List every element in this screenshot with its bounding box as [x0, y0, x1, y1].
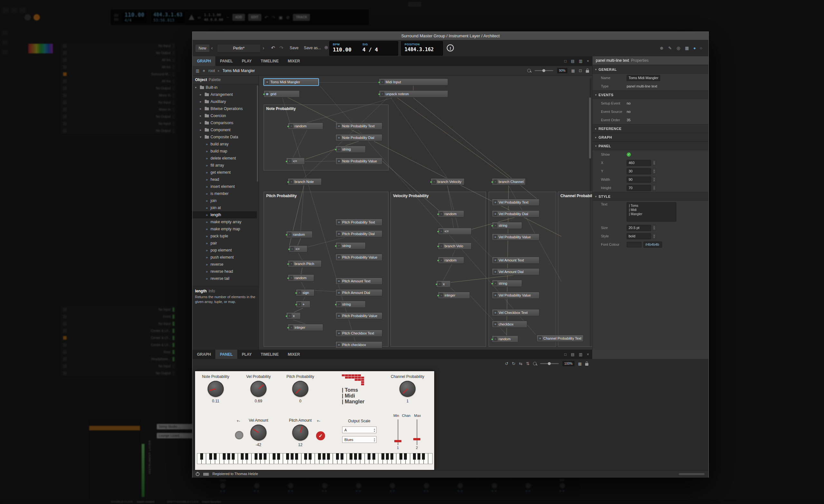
panel-toggle-icon[interactable]: ▥	[196, 69, 199, 73]
palette-item-reverse[interactable]: »reverse	[193, 261, 257, 268]
palette-item-delete-element[interactable]: »delete element	[193, 155, 257, 162]
layout-single-icon[interactable]: □	[564, 352, 566, 357]
palette-item-Auxilliary[interactable]: ▸Auxilliary	[193, 98, 257, 105]
horizontal-scrollbar[interactable]	[679, 473, 705, 475]
piano-black-key[interactable]	[349, 453, 352, 460]
bpm-sig-display[interactable]: BPM 110.00 SIG 4 / 4	[329, 41, 398, 55]
graph-node[interactable]: ≡Pitch checkbox	[335, 341, 382, 348]
folder-disclosure-icon[interactable]: ▸	[200, 93, 203, 96]
new-button[interactable]: New	[195, 44, 210, 52]
palette-item-Component[interactable]: ▸Component	[193, 126, 257, 133]
properties-section-general[interactable]: ▾GENERAL	[593, 65, 708, 74]
graph-node[interactable]: ◦branch Pitch	[288, 260, 322, 267]
window-titlebar[interactable]: Surround Master Group / Instrument Layer…	[193, 32, 708, 40]
graph-canvas[interactable]: Note ProbabilityPitch ProbabilityVelocit…	[259, 76, 592, 350]
redo-icon[interactable]: ↷	[279, 45, 284, 51]
folder-disclosure-icon[interactable]: ▸	[200, 107, 203, 110]
property-field[interactable]: bold	[627, 233, 651, 239]
graph-node[interactable]: ≡Note Probability Value	[335, 158, 382, 165]
property-field[interactable]: 20.5 pt	[627, 225, 651, 231]
graph-node[interactable]: ≡Pitch Probability Dial	[335, 230, 382, 237]
lock-icon[interactable]	[586, 70, 589, 73]
tab-play[interactable]: PLAY	[237, 56, 256, 66]
undo-icon[interactable]: ↶	[271, 45, 275, 51]
layout-split-icon[interactable]: ▤	[571, 59, 575, 64]
stepper-arrows-icon[interactable]: ▴▾	[652, 160, 656, 166]
palette-item-Built-in[interactable]: ▾Built-in	[193, 84, 257, 91]
graph-node[interactable]: ≡Vel Probability Value	[492, 292, 539, 299]
lock-icon[interactable]	[585, 363, 588, 366]
piano-black-key[interactable]	[354, 453, 357, 460]
piano-black-key[interactable]	[382, 453, 384, 460]
properties-section-events[interactable]: ▾EVENTS	[593, 90, 708, 99]
palette-item-reverse-head[interactable]: »reverse head	[193, 268, 257, 275]
knob-dial[interactable]	[208, 381, 224, 397]
tab-play[interactable]: PLAY	[237, 350, 256, 359]
palette-item-fill-array[interactable]: »fill array	[193, 162, 257, 169]
graph-node[interactable]: ◦+	[296, 301, 310, 308]
position-display[interactable]: POSITION 1484.3.162	[401, 41, 443, 55]
piano-black-key[interactable]	[286, 453, 289, 460]
graph-node[interactable]: ◦branch Channel	[492, 178, 526, 185]
graph-node[interactable]: ◦<=	[438, 228, 472, 235]
palette-item-is-member[interactable]: »is member	[193, 190, 257, 197]
knob-dial[interactable]	[399, 381, 416, 397]
piano-black-key[interactable]	[422, 453, 425, 460]
piano-black-key[interactable]	[373, 453, 375, 460]
palette-item-pair[interactable]: »pair	[193, 240, 257, 247]
graph-node[interactable]: ◦string	[335, 146, 366, 153]
piano-black-key[interactable]	[304, 453, 307, 460]
piano-black-key[interactable]	[291, 453, 294, 460]
save-button[interactable]: Save	[290, 46, 298, 50]
graph-node[interactable]: ◦branch Velocity	[431, 178, 465, 185]
palette-item-Bitwise-Operations[interactable]: ▸Bitwise Operations	[193, 105, 257, 112]
tab-panel[interactable]: PANEL	[215, 350, 237, 359]
pin-icon[interactable]: ◎	[324, 45, 328, 49]
palette-item-get-element[interactable]: »get element	[193, 169, 257, 176]
piano-black-key[interactable]	[209, 453, 212, 460]
graph-node[interactable]: ≡Vel Probability Value	[492, 234, 539, 241]
piano-black-key[interactable]	[404, 453, 407, 460]
snap-grid-icon[interactable]: ▦	[571, 69, 575, 73]
scale-root-select[interactable]: A ▴▾	[342, 426, 377, 433]
piano-keyboard[interactable]	[197, 453, 433, 464]
panel-knob-vel-amount[interactable]: Vel Amount-42	[241, 418, 276, 447]
palette-item-Composite-Data[interactable]: ▾Composite Data	[193, 133, 257, 141]
piano-black-key[interactable]	[273, 453, 276, 460]
graph-node[interactable]: ◦random	[438, 257, 464, 264]
knob-dial[interactable]	[250, 424, 267, 440]
graph-node[interactable]: ◦random	[438, 210, 464, 218]
graph-node[interactable]: ◦unpack noteon	[379, 90, 448, 98]
folder-disclosure-icon[interactable]: ▾	[200, 135, 203, 139]
piano-black-key[interactable]	[214, 453, 217, 460]
bpm-value[interactable]: 110.00	[333, 47, 351, 53]
piano-black-key[interactable]	[232, 453, 235, 460]
graph-node[interactable]: ≡Pitch Probability Value	[335, 312, 382, 320]
panel-knob-vel-probability[interactable]: Vel Probability0.69	[241, 374, 276, 403]
checkbox-checked-icon[interactable]: ✓	[627, 152, 631, 157]
palette-item-join-at[interactable]: »join at	[193, 204, 257, 211]
graph-node[interactable]: ≡Note Probability Dial	[335, 134, 382, 141]
piano-black-key[interactable]	[318, 453, 321, 460]
piano-black-key[interactable]	[327, 453, 330, 460]
chan-max-slider[interactable]	[416, 419, 417, 445]
layout-single-icon[interactable]: □	[564, 59, 566, 64]
properties-section-style[interactable]: ▾STYLE	[593, 192, 708, 201]
palette-item-build-array[interactable]: »build array	[193, 141, 257, 148]
tab-graph[interactable]: GRAPH	[193, 350, 215, 359]
breadcrumb-current[interactable]: Toms Midi Mangler	[222, 69, 255, 73]
folder-disclosure-icon[interactable]: ▾	[195, 86, 198, 89]
graph-node[interactable]: ◦x	[286, 312, 301, 320]
graph-node[interactable]: ◦random	[288, 123, 323, 130]
next-preset-icon[interactable]: ›	[263, 44, 264, 52]
property-field[interactable]: 70	[627, 185, 651, 191]
settings-icon[interactable]: ⊕	[660, 46, 663, 50]
stepper-arrows-icon[interactable]: ▴▾	[652, 168, 656, 174]
graph-node[interactable]: ◦branch Velo	[438, 243, 472, 250]
grid-icon[interactable]: ▦	[685, 46, 689, 50]
close-icon[interactable]: ×	[587, 59, 589, 64]
canvas-scroll-thumb[interactable]	[589, 98, 591, 158]
scale-type-select[interactable]: Blues ▴▾	[342, 436, 377, 443]
sig-value[interactable]: 4 / 4	[363, 47, 378, 53]
folder-disclosure-icon[interactable]: ▸	[200, 128, 203, 132]
